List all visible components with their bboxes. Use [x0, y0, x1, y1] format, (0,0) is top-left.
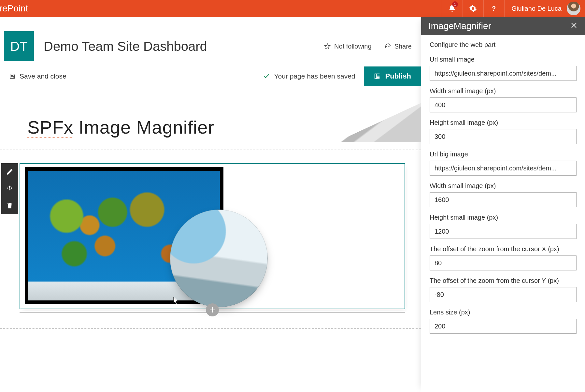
panel-header: ImageMagnifier [421, 17, 585, 35]
suite-actions: 1 ? Giuliano De Luca [442, 0, 585, 17]
publish-label: Publish [385, 72, 411, 80]
notifications-button[interactable]: 1 [442, 0, 463, 17]
field-label: Url big image [430, 151, 577, 158]
follow-label: Not following [334, 43, 372, 50]
field-label: The offset of the zoom from the cursor X… [430, 245, 577, 253]
width-big-input[interactable] [430, 192, 577, 207]
command-bar: Save and close Your page has been saved … [0, 63, 421, 92]
site-title: Demo Team Site Dashboard [44, 39, 207, 54]
property-panel: ImageMagnifier Configure the web part Ur… [421, 17, 585, 392]
webpart-zone [20, 163, 405, 309]
product-name: arePoint [0, 3, 28, 14]
save-and-close-button[interactable]: Save and close [9, 72, 66, 80]
save-icon [9, 73, 16, 80]
panel-title: ImageMagnifier [428, 21, 491, 31]
cursor-icon [173, 297, 179, 305]
check-icon [263, 73, 270, 80]
page-canvas: SPFx Image Magnifier [0, 101, 421, 329]
avatar [567, 2, 580, 15]
add-webpart-button[interactable] [206, 303, 219, 316]
image-magnifier-webpart[interactable] [20, 163, 405, 309]
field-label: Lens size (px) [430, 309, 577, 316]
main-content: DT Demo Team Site Dashboard Not followin… [0, 17, 421, 392]
offset-y-input[interactable] [430, 287, 577, 302]
publish-icon [374, 73, 381, 80]
close-panel-button[interactable] [570, 22, 578, 31]
site-header: DT Demo Team Site Dashboard Not followin… [0, 17, 421, 63]
share-button[interactable]: Share [384, 43, 412, 50]
field-label: Width small image (px) [430, 182, 577, 190]
field-height-big: Height small image (px) [430, 214, 577, 239]
gear-icon [469, 5, 477, 12]
field-offset-y: The offset of the zoom from the cursor Y… [430, 277, 577, 302]
magnifier-lens [170, 210, 268, 307]
lens-size-input[interactable] [430, 319, 577, 334]
publish-button[interactable]: Publish [364, 66, 421, 86]
trash-icon [6, 202, 13, 209]
pencil-icon [6, 168, 13, 175]
page-title-rest: Image Magnifier [73, 117, 214, 138]
url-small-input[interactable] [430, 66, 577, 81]
share-label: Share [394, 43, 412, 50]
save-status: Your page has been saved [263, 72, 355, 80]
save-close-label: Save and close [20, 72, 66, 80]
field-label: The offset of the zoom from the cursor Y… [430, 277, 577, 284]
field-label: Height small image (px) [430, 214, 577, 221]
user-menu[interactable]: Giuliano De Luca [504, 0, 585, 17]
height-big-input[interactable] [430, 224, 577, 239]
webpart-toolbar [1, 163, 18, 214]
field-height-small: Height small image (px) [430, 119, 577, 144]
section-divider-top [0, 150, 421, 150]
site-logo[interactable]: DT [4, 31, 34, 61]
field-label: Url small image [430, 56, 577, 63]
panel-description: Configure the web part [430, 41, 577, 49]
field-offset-x: The offset of the zoom from the cursor X… [430, 245, 577, 270]
settings-button[interactable] [463, 0, 483, 17]
share-icon [384, 43, 391, 50]
delete-webpart-button[interactable] [1, 197, 18, 214]
section-divider-bottom [0, 328, 421, 329]
field-lens-size: Lens size (px) [430, 309, 577, 334]
offset-x-input[interactable] [430, 255, 577, 270]
url-big-input[interactable] [430, 161, 577, 176]
follow-button[interactable]: Not following [324, 43, 372, 50]
panel-body: Configure the web part Url small image W… [421, 35, 585, 353]
user-name: Giuliano De Luca [512, 5, 562, 12]
field-url-big: Url big image [430, 151, 577, 176]
help-icon: ? [490, 5, 498, 12]
field-url-small: Url small image [430, 56, 577, 81]
help-button[interactable]: ? [483, 0, 504, 17]
move-icon [6, 185, 13, 192]
field-label: Width small image (px) [430, 87, 577, 95]
site-actions: Not following Share [324, 43, 412, 50]
move-webpart-button[interactable] [1, 180, 18, 197]
field-label: Height small image (px) [430, 119, 577, 126]
edit-webpart-button[interactable] [1, 163, 18, 180]
field-width-big: Width small image (px) [430, 182, 577, 207]
close-icon [570, 22, 578, 29]
width-small-input[interactable] [430, 97, 577, 112]
save-status-label: Your page has been saved [274, 72, 355, 80]
suite-bar: arePoint 1 ? Giuliano De Luca [0, 0, 585, 17]
svg-text:?: ? [492, 5, 496, 12]
page-title-prefix: SPFx [27, 117, 73, 138]
height-small-input[interactable] [430, 129, 577, 144]
notification-badge: 1 [452, 1, 458, 7]
star-icon [324, 43, 331, 50]
field-width-small: Width small image (px) [430, 87, 577, 112]
